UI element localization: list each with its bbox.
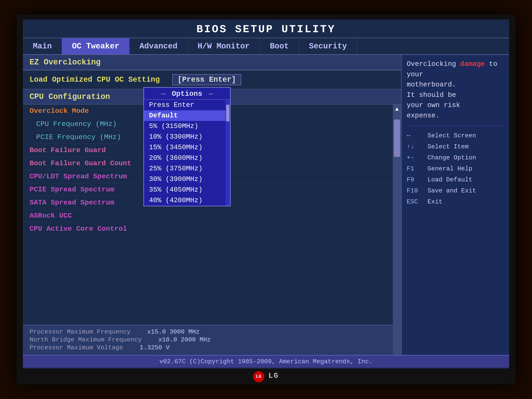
options-item-press-enter[interactable]: Press Enter (144, 100, 226, 110)
load-optimized-value: [Press Enter] (172, 74, 241, 85)
popup-scrollbar-thumb[interactable] (226, 105, 229, 121)
right-panel-divider (407, 126, 504, 126)
nav-oc-tweaker[interactable]: OC Tweaker (62, 38, 129, 54)
options-item-35pct[interactable]: 35% (4050MHz) (144, 184, 226, 195)
key-row-1: ↑↓ Select Item (407, 142, 504, 152)
footer-bar: v02.67C (C)Copyright 1985-2009, American… (23, 355, 509, 368)
options-popup-title: — Options — (144, 88, 230, 100)
key-row-6: ESC Exit (407, 197, 504, 207)
bios-title: BIOS SETUP UTILITY (23, 19, 509, 38)
options-item-default[interactable]: Default (144, 110, 226, 121)
main-scrollbar[interactable]: ▲ ▼ (393, 105, 401, 355)
options-item-25pct[interactable]: 25% (3750MHz) (144, 163, 226, 174)
menu-item-asrock-ucc[interactable]: ASRock UCC (23, 209, 393, 222)
options-item-40pct[interactable]: 40% (4200MHz) (144, 195, 226, 206)
right-panel: Overclocking damage to your motherboard.… (401, 55, 509, 355)
load-optimized-label: Load Optimized CPU OC Setting (30, 76, 160, 84)
options-item-30pct[interactable]: 30% (3900MHz) (144, 174, 226, 184)
nav-security[interactable]: Security (299, 38, 357, 54)
key-row-4: F9 Load Default (407, 175, 504, 184)
options-item-10pct[interactable]: 10% (3300MHz) (144, 132, 226, 142)
help-text: Overclocking damage to your motherboard.… (407, 59, 504, 121)
nav-main[interactable]: Main (23, 38, 62, 54)
key-row-2: +- Change Option (407, 153, 504, 163)
key-help: ↔ Select Screen ↑↓ Select Item +- Change… (407, 131, 504, 207)
bottom-info-row-2: Processor Maximum Voltage 1.3250 V (30, 344, 386, 351)
bottom-info-row-0: Processor Maximum Frequency x15.0 3000 M… (30, 328, 386, 336)
key-row-3: F1 General Help (407, 164, 504, 173)
nav-advanced[interactable]: Advanced (129, 38, 187, 54)
load-optimized-row[interactable]: Load Optimized CPU OC Setting [Press Ent… (23, 70, 401, 89)
section-ez-overclocking: EZ Overclocking (23, 55, 401, 70)
nav-bar: Main OC Tweaker Advanced H/W Monitor Boo… (23, 38, 509, 55)
bottom-info-row-1: North Bridge Maximum Frequency x10.0 200… (30, 336, 386, 343)
options-item-20pct[interactable]: 20% (3600MHz) (144, 153, 226, 163)
options-item-5pct[interactable]: 5% (3150MHz) (144, 121, 226, 132)
key-row-5: F10 Save and Exit (407, 186, 504, 196)
monitor-bottom: LG LG (253, 371, 279, 382)
nav-hw-monitor[interactable]: H/W Monitor (188, 38, 260, 54)
nav-boot[interactable]: Boot (260, 38, 299, 54)
menu-item-cpu-active-core[interactable]: CPU Active Core Control (23, 222, 393, 235)
popup-scrollbar[interactable] (226, 100, 230, 206)
scrollbar-thumb[interactable] (394, 120, 400, 157)
scroll-up-arrow[interactable]: ▲ (395, 105, 399, 113)
options-item-15pct[interactable]: 15% (3450MHz) (144, 142, 226, 153)
bottom-info: Processor Maximum Frequency x15.0 3000 M… (23, 325, 393, 355)
lg-logo: LG LG (253, 371, 279, 382)
options-popup: — Options — Press Enter Default (143, 87, 231, 206)
lg-icon: LG (253, 371, 264, 382)
key-row-0: ↔ Select Screen (407, 131, 504, 140)
menu-panel: EZ Overclocking Load Optimized CPU OC Se… (23, 55, 401, 355)
